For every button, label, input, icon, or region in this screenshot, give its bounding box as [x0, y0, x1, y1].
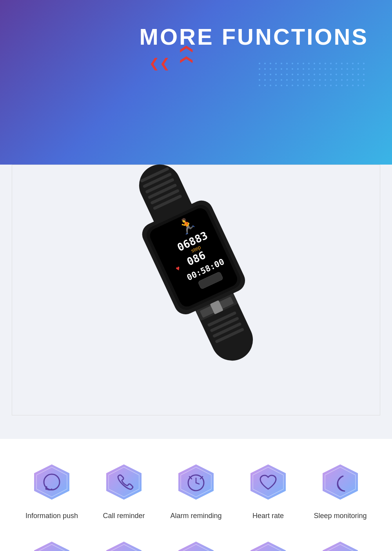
hex-heart-icon — [247, 462, 290, 506]
hex-info-push-icon — [30, 462, 73, 506]
features-section: Information push — [0, 439, 392, 551]
dot-pattern-decoration — [259, 63, 368, 94]
middle-section: 🏃 06883 step ♥ 086 00:58:00 — [0, 165, 392, 439]
feature-alarm: Alarm reminding — [165, 462, 227, 520]
svg-marker-46 — [178, 542, 214, 551]
svg-marker-24 — [34, 464, 69, 500]
feature-heart-label: Heart rate — [252, 512, 284, 520]
watch-svg: 🏃 06883 step ♥ 086 00:58:00 — [114, 149, 278, 376]
feature-info-push: Information push — [20, 462, 83, 520]
hex-call-icon — [102, 462, 145, 506]
hex-sleep-icon — [319, 462, 362, 506]
feature-motion: Motion data — [20, 540, 83, 551]
hex-sedentary-icon — [174, 540, 218, 551]
features-row-2: Motion data — [16, 540, 376, 551]
feature-call-reminder: Call reminder — [93, 462, 155, 520]
feature-alarm-label: Alarm reminding — [170, 512, 221, 520]
svg-marker-36 — [250, 464, 286, 500]
feature-more: More functions — [309, 540, 372, 551]
svg-marker-51 — [250, 542, 286, 551]
feature-sleep: Sleep monitoring — [309, 462, 372, 520]
feature-event: Event reminding — [237, 540, 299, 551]
features-row-1: Information push — [16, 462, 376, 520]
feature-heart-rate: Heart rate — [237, 462, 299, 520]
svg-marker-44 — [106, 542, 142, 551]
feature-info-push-label: Information push — [25, 512, 78, 520]
svg-marker-38 — [323, 464, 358, 500]
svg-marker-58 — [323, 542, 358, 551]
page-title: MORE FUNCTIONS — [140, 24, 368, 50]
svg-marker-40 — [34, 542, 69, 551]
hex-event-icon — [247, 540, 290, 551]
feature-sleep-label: Sleep monitoring — [314, 512, 367, 520]
hex-more-icon — [319, 540, 362, 551]
chevron-down-icon: ❮❮ ❮❮ — [149, 57, 195, 69]
svg-marker-27 — [106, 464, 142, 500]
feature-call-label: Call reminder — [103, 512, 145, 520]
hex-waterproof-icon — [102, 540, 145, 551]
watch-illustration: 🏃 06883 step ♥ 086 00:58:00 — [114, 149, 278, 376]
hex-motion-icon — [30, 540, 73, 551]
watch-frame: 🏃 06883 step ♥ 086 00:58:00 — [12, 165, 380, 415]
hex-alarm-icon — [174, 462, 218, 506]
feature-waterproof: Waterproof life — [93, 540, 155, 551]
top-section: MORE FUNCTIONS ❮❮ ❮❮ — [0, 0, 392, 165]
page-layout: MORE FUNCTIONS ❮❮ ❮❮ — [0, 0, 392, 551]
feature-sedentary: Sedentary reminder — [165, 540, 227, 551]
